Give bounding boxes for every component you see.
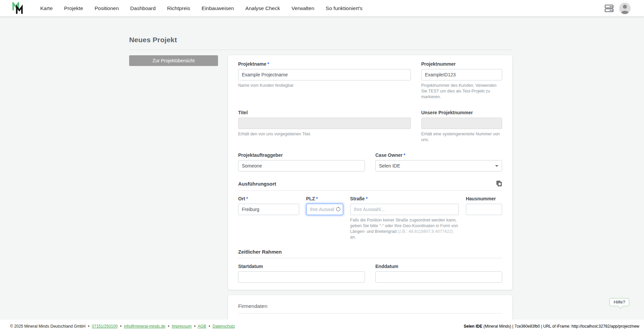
top-navbar: Karte Projekte Positionen Dashboard Rich…	[0, 0, 644, 16]
strasse-hint: Falls die Position keiner Straße zugeord…	[350, 217, 459, 240]
titel-hint: Erhält den von uns vorgegebenen Titel.	[238, 131, 411, 137]
section-title-ausfuehrungsort: Ausführungsort	[238, 181, 276, 187]
help-button[interactable]: Hilfe?	[609, 298, 629, 306]
footer-separator: •	[168, 324, 169, 329]
unsere-projektnummer-field: Unsere Projektnummer Erhält eine systemg…	[421, 110, 502, 143]
projektnummer-field: Projektnummer Projektnummer des Kunden. …	[421, 61, 502, 100]
ausfuehrungsort-divider	[238, 190, 502, 191]
hausnummer-label: Hausnummer	[466, 196, 502, 201]
required-asterisk: *	[316, 196, 318, 201]
footer-separator: •	[120, 324, 121, 329]
ort-label: Ort*	[238, 196, 299, 201]
projektauftraggeber-label: Projektauftraggeber	[238, 152, 365, 158]
footer-separator: •	[194, 324, 196, 329]
projektname-input[interactable]	[238, 69, 411, 80]
footer-link-email[interactable]: info@mineral-minds.de	[124, 324, 165, 329]
unsere-projektnummer-label: Unsere Projektnummer	[421, 110, 502, 115]
zeitlicher-rahmen-divider	[238, 258, 502, 258]
startdatum-input[interactable]	[238, 271, 365, 283]
startdatum-label: Startdatum	[238, 264, 365, 269]
main-nav: Karte Projekte Positionen Dashboard Rich…	[40, 5, 363, 11]
hausnummer-input[interactable]	[466, 204, 502, 215]
section-title-zeitlicher-rahmen: Zeitlicher Rahmen	[238, 249, 282, 255]
copy-icon[interactable]	[495, 180, 502, 187]
nav-item-projekte[interactable]: Projekte	[64, 5, 83, 11]
ort-input[interactable]	[238, 204, 299, 215]
case-owner-selected-value: Selen IDE	[379, 163, 400, 169]
avatar-body-shape	[621, 11, 629, 14]
plz-field: PLZ*	[306, 196, 343, 240]
projektauftraggeber-field: Projektauftraggeber	[238, 152, 365, 172]
footer-separator: •	[88, 324, 89, 329]
startdatum-field: Startdatum	[238, 264, 365, 283]
titel-field: Titel Erhält den von uns vorgegebenen Ti…	[238, 110, 411, 143]
enddatum-label: Enddatum	[375, 264, 502, 269]
projektauftraggeber-input[interactable]	[238, 160, 365, 172]
strasse-input[interactable]	[350, 204, 459, 215]
page-content: Neues Projekt Zur Projektübersicht Proje…	[129, 16, 512, 333]
enddatum-input[interactable]	[375, 271, 502, 283]
required-asterisk: *	[404, 152, 405, 158]
user-avatar[interactable]	[619, 3, 631, 14]
footer-separator: •	[209, 324, 210, 329]
case-owner-field: Case Owner* Selen IDE	[375, 152, 502, 172]
hausnummer-field: Hausnummer	[466, 196, 502, 240]
section-title-firmendaten: Firmendaten	[238, 303, 502, 309]
project-form-card: Projektname* Name vom Kunden festlegbar …	[228, 55, 512, 290]
footer-link-datenschutz[interactable]: Datenschutz	[213, 324, 235, 329]
projektnummer-label: Projektnummer	[421, 61, 502, 67]
chevron-down-icon	[495, 165, 498, 167]
titel-input	[238, 118, 411, 129]
footer-link-phone[interactable]: 07151/250100	[92, 324, 118, 329]
nav-item-positionen[interactable]: Positionen	[95, 5, 119, 11]
title-divider	[129, 50, 512, 50]
footer-link-impressum[interactable]: Impressum	[172, 324, 192, 329]
nav-item-richtpreis[interactable]: Richtpreis	[167, 5, 190, 11]
nav-item-analyse-check[interactable]: Analyse Check	[246, 5, 280, 11]
titel-label: Titel	[238, 110, 411, 115]
session-status-text: Selen IDE (Mineral Minds) | 7ce360e83fb0…	[464, 324, 639, 329]
required-asterisk: *	[267, 61, 269, 67]
case-owner-select[interactable]: Selen IDE	[375, 160, 502, 172]
nav-item-dashboard[interactable]: Dashboard	[130, 5, 156, 11]
ort-field: Ort*	[238, 196, 299, 240]
page-title: Neues Projekt	[129, 36, 512, 44]
plz-label: PLZ*	[306, 196, 343, 201]
strasse-field: Straße* Falls die Position keiner Straße…	[350, 196, 459, 240]
enddatum-field: Enddatum	[375, 264, 502, 283]
back-to-projects-button[interactable]: Zur Projektübersicht	[129, 55, 218, 66]
avatar-head-shape	[623, 5, 627, 9]
server-status-icon[interactable]	[604, 4, 614, 13]
projektnummer-input[interactable]	[421, 69, 502, 80]
projektname-field: Projektname* Name vom Kunden festlegbar	[238, 61, 411, 100]
projektname-hint: Name vom Kunden festlegbar	[238, 83, 411, 88]
session-user: Selen IDE	[464, 324, 482, 329]
strasse-label: Straße*	[350, 196, 459, 201]
nav-item-so-funktionierts[interactable]: So funktioniert's	[326, 5, 363, 11]
footer-link-agb[interactable]: AGB	[198, 324, 206, 329]
nav-item-verwalten[interactable]: Verwalten	[291, 5, 314, 11]
case-owner-label: Case Owner*	[375, 152, 502, 158]
nav-item-karte[interactable]: Karte	[40, 5, 53, 11]
required-asterisk: *	[366, 196, 367, 201]
footer-legal: © 2025 Mineral Minds Deutschland GmbH • …	[10, 324, 235, 329]
unsere-projektnummer-hint: Erhält eine systemgenerierte Nummer von …	[421, 131, 502, 143]
firmendaten-divider	[238, 313, 502, 314]
projektname-label: Projektname*	[238, 61, 411, 67]
page-footer: © 2025 Mineral Minds Deutschland GmbH • …	[0, 320, 644, 333]
projektnummer-hint: Projektnummer des Kunden. Verwenden Sie …	[421, 83, 502, 100]
copyright-text: © 2025 Mineral Minds Deutschland GmbH	[10, 324, 86, 329]
required-asterisk: *	[246, 196, 248, 201]
session-details: (Mineral Minds) | 7ce360e83fb0 | URL of …	[482, 324, 639, 329]
nav-item-einbauweisen[interactable]: Einbauweisen	[202, 5, 234, 11]
logo-icon	[12, 2, 24, 15]
unsere-projektnummer-input	[421, 118, 502, 129]
mineral-minds-logo[interactable]	[12, 2, 24, 15]
